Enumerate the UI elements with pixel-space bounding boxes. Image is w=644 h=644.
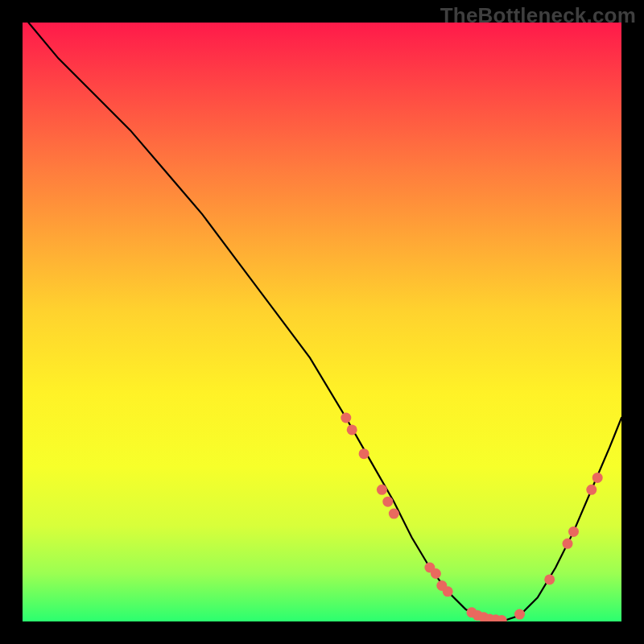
curve-marker bbox=[563, 539, 573, 549]
curve-marker bbox=[544, 574, 555, 584]
curve-marker bbox=[568, 526, 579, 537]
curve-marker bbox=[514, 609, 525, 620]
curve-marker bbox=[431, 568, 441, 579]
watermark-text: TheBottleneck.com bbox=[440, 3, 636, 28]
curve-marker bbox=[389, 509, 399, 519]
bottleneck-curve-line bbox=[28, 23, 621, 621]
curve-marker bbox=[347, 424, 357, 435]
chart-plot-area bbox=[23, 23, 621, 621]
bottleneck-curve-svg bbox=[23, 23, 621, 621]
curve-marker bbox=[443, 586, 453, 597]
curve-marker bbox=[377, 485, 387, 495]
curve-marker bbox=[592, 473, 603, 483]
curve-marker bbox=[341, 413, 351, 423]
curve-markers-group bbox=[341, 413, 602, 622]
curve-marker bbox=[382, 497, 393, 507]
curve-marker bbox=[586, 485, 597, 495]
curve-marker bbox=[359, 448, 369, 459]
